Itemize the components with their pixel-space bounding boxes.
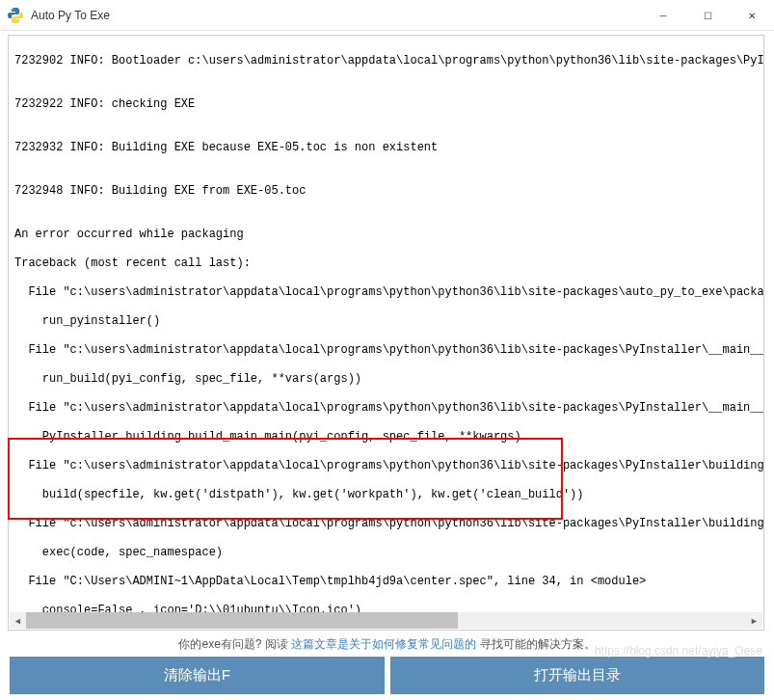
console-output[interactable]: 7232902 INFO: Bootloader c:\users\admini… <box>14 40 763 613</box>
log-line: File "c:\users\administrator\appdata\loc… <box>14 517 763 531</box>
python-icon <box>8 8 23 23</box>
log-line: An error occurred while packaging <box>14 228 763 242</box>
footer-text-pre: 你的exe有问题? 阅读 <box>178 637 291 651</box>
log-line: run_build(pyi_config, spec_file, **vars(… <box>14 372 763 387</box>
window-title: Auto Py To Exe <box>31 9 641 22</box>
log-line: PyInstaller.building.build_main.main(pyi… <box>14 430 763 444</box>
log-line: 7232932 INFO: Building EXE because EXE-0… <box>14 141 763 155</box>
log-line: File "c:\users\administrator\appdata\loc… <box>14 285 763 300</box>
close-button[interactable]: ✕ <box>730 0 774 31</box>
log-line: File "c:\users\administrator\appdata\loc… <box>14 401 763 416</box>
button-row: 清除输出F 打开输出目录 <box>0 657 774 700</box>
maximize-button[interactable]: ☐ <box>685 0 730 31</box>
titlebar: Auto Py To Exe ─ ☐ ✕ <box>0 0 774 31</box>
open-output-dir-button[interactable]: 打开输出目录 <box>390 657 765 694</box>
log-line: exec(code, spec_namespace) <box>14 546 763 560</box>
log-line: 7232922 INFO: checking EXE <box>14 97 763 112</box>
scroll-right-arrow[interactable]: ► <box>746 612 762 629</box>
log-line: build(specfile, kw.get('distpath'), kw.g… <box>14 488 763 502</box>
console-panel: 7232902 INFO: Bootloader c:\users\admini… <box>8 35 764 631</box>
scroll-thumb[interactable] <box>26 612 458 629</box>
footer-text-post: 寻找可能的解决方案。 <box>476 637 595 651</box>
log-line: 7232948 INFO: Building EXE from EXE-05.t… <box>14 184 763 199</box>
footer-help-link[interactable]: 这篇文章是关于如何修复常见问题的 <box>291 637 476 651</box>
horizontal-scrollbar[interactable]: ◄ ► <box>10 612 762 629</box>
log-line: File "c:\users\administrator\appdata\loc… <box>14 343 763 358</box>
scroll-left-arrow[interactable]: ◄ <box>10 612 26 629</box>
footer-help: 你的exe有问题? 阅读 这篇文章是关于如何修复常见问题的 寻找可能的解决方案。 <box>0 631 774 657</box>
clear-output-button[interactable]: 清除输出F <box>10 657 385 694</box>
scroll-track[interactable] <box>26 612 746 629</box>
log-line: File "c:\users\administrator\appdata\loc… <box>14 459 763 473</box>
log-line: 7232902 INFO: Bootloader c:\users\admini… <box>14 54 763 68</box>
window-controls: ─ ☐ ✕ <box>641 0 774 30</box>
log-line: Traceback (most recent call last): <box>14 256 763 271</box>
log-line: File "C:\Users\ADMINI~1\AppData\Local\Te… <box>14 575 763 589</box>
log-line: run_pyinstaller() <box>14 314 763 329</box>
minimize-button[interactable]: ─ <box>641 0 685 31</box>
